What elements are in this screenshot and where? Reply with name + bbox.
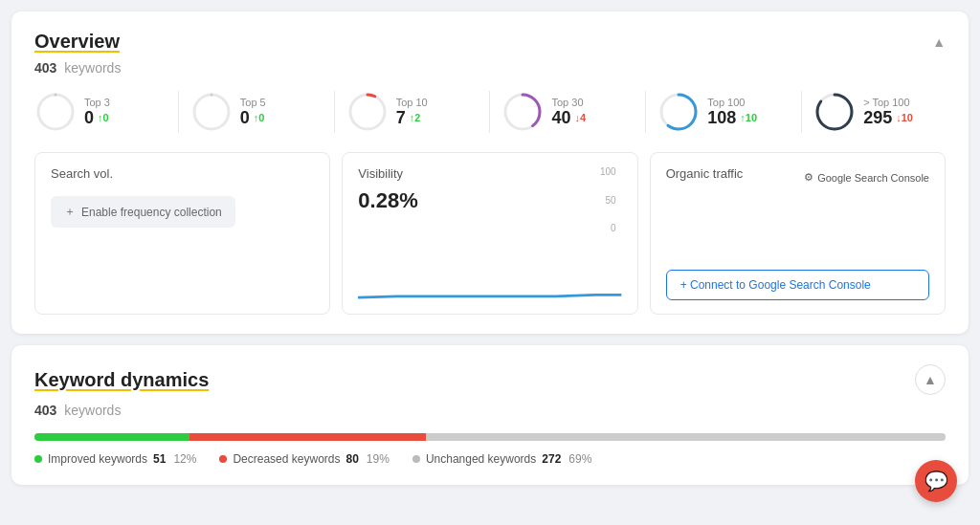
search-vol-title: Search vol. xyxy=(51,166,314,181)
progress-decreased xyxy=(189,433,427,441)
position-top30: Top 30 40 ↓4 xyxy=(501,91,634,133)
position-info-top3: Top 3 0 ↑0 xyxy=(84,97,110,128)
position-value-top5: 0 xyxy=(240,108,250,128)
connect-gsc-button[interactable]: + Connect to Google Search Console xyxy=(666,270,929,300)
position-value-top10: 7 xyxy=(396,108,406,128)
position-top10: Top 10 7 ↑2 xyxy=(346,91,479,133)
organic-header: Organic traffic ⚙ Google Search Console xyxy=(666,166,929,188)
keyword-dynamics-card: Keyword dynamics ▲ 403 keywords Improved… xyxy=(11,345,969,485)
overview-card: Overview ▲ 403 keywords Top 3 0 ↑0 xyxy=(11,11,969,334)
gsc-badge: ⚙ Google Search Console xyxy=(804,171,929,184)
circle-overtop100 xyxy=(813,91,856,133)
search-vol-card: Search vol. ＋ Enable frequency collectio… xyxy=(34,152,330,315)
circle-top10 xyxy=(346,91,389,133)
position-info-top10: Top 10 7 ↑2 xyxy=(396,97,428,128)
chat-icon: 💬 xyxy=(924,470,948,492)
position-value-top3: 0 xyxy=(84,108,94,128)
circle-top5 xyxy=(190,91,233,133)
position-change-top100: ↑10 xyxy=(740,112,757,123)
visibility-chart xyxy=(358,233,621,300)
position-info-top100: Top 100 108 ↑10 xyxy=(707,97,757,128)
position-change-top10: ↑2 xyxy=(410,112,421,123)
progress-unchanged xyxy=(426,433,946,441)
position-value-overtop100: 295 xyxy=(863,108,892,128)
legend-dot-improved xyxy=(34,455,42,463)
overview-header: Overview ▲ xyxy=(34,31,946,53)
position-change-overtop100: ↓10 xyxy=(896,112,913,123)
visibility-axis: 100 50 0 xyxy=(600,166,616,233)
dynamics-title: Keyword dynamics xyxy=(34,369,209,391)
legend-unchanged: Unchanged keywords 272 69% xyxy=(412,452,591,466)
overview-title: Overview xyxy=(34,31,120,53)
legend-decreased: Decreased keywords 80 19% xyxy=(219,452,389,466)
position-info-top5: Top 5 0 ↑0 xyxy=(240,97,266,128)
circle-top30 xyxy=(501,91,544,133)
legend-row: Improved keywords 51 12% Decreased keywo… xyxy=(34,452,946,466)
visibility-value: 0.28% xyxy=(358,188,417,213)
position-top5: Top 5 0 ↑0 xyxy=(190,91,323,133)
gsc-icon: ⚙ xyxy=(804,171,813,184)
position-label-top10: Top 10 xyxy=(396,97,428,108)
position-change-top3: ↑0 xyxy=(98,112,109,123)
position-label-top100: Top 100 xyxy=(707,97,757,108)
overview-keywords-count: 403 keywords xyxy=(34,60,946,76)
visibility-title: Visibility xyxy=(358,166,417,181)
circle-top100 xyxy=(657,91,700,133)
position-info-overtop100: > Top 100 295 ↓10 xyxy=(863,97,913,128)
position-value-top100: 108 xyxy=(707,108,736,128)
dynamics-keywords-count: 403 keywords xyxy=(34,403,946,418)
position-top3: Top 3 0 ↑0 xyxy=(34,91,167,133)
position-label-overtop100: > Top 100 xyxy=(863,97,913,108)
svg-point-0 xyxy=(38,95,73,129)
position-top100: Top 100 108 ↑10 xyxy=(657,91,790,133)
dynamics-header: Keyword dynamics ▲ xyxy=(34,364,946,395)
progress-improved xyxy=(34,433,189,441)
position-label-top3: Top 3 xyxy=(84,97,110,108)
scroll-up-button[interactable]: ▲ xyxy=(915,364,946,395)
svg-point-2 xyxy=(194,95,229,129)
position-label-top30: Top 30 xyxy=(551,97,586,108)
legend-dot-decreased xyxy=(219,455,227,463)
svg-point-4 xyxy=(350,95,385,129)
organic-title: Organic traffic xyxy=(666,166,744,181)
positions-row: Top 3 0 ↑0 Top 5 0 ↑0 xyxy=(34,91,946,133)
metrics-row: Search vol. ＋ Enable frequency collectio… xyxy=(34,152,946,315)
visibility-card: Visibility 0.28% 100 50 0 xyxy=(342,152,637,315)
chat-fab-button[interactable]: 💬 xyxy=(915,460,957,502)
circle-top3 xyxy=(34,91,77,133)
position-label-top5: Top 5 xyxy=(240,97,266,108)
organic-card: Organic traffic ⚙ Google Search Console … xyxy=(650,152,946,315)
legend-dot-unchanged xyxy=(412,455,420,463)
enable-frequency-button[interactable]: ＋ Enable frequency collection xyxy=(51,196,235,228)
position-info-top30: Top 30 40 ↓4 xyxy=(551,97,586,128)
position-value-top30: 40 xyxy=(551,108,570,128)
plus-icon: ＋ xyxy=(64,204,76,220)
position-change-top30: ↓4 xyxy=(575,112,587,123)
position-change-top5: ↑0 xyxy=(254,112,265,123)
dynamics-progress-bar xyxy=(34,433,946,441)
overview-chevron[interactable]: ▲ xyxy=(932,34,946,50)
position-overtop100: > Top 100 295 ↓10 xyxy=(813,91,946,133)
legend-improved: Improved keywords 51 12% xyxy=(34,452,196,466)
